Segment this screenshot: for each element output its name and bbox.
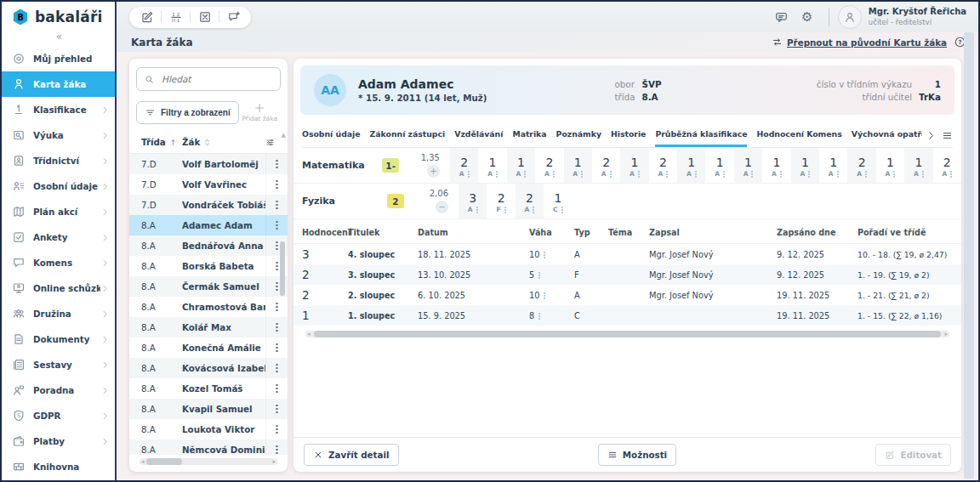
detail-hscroll-thumb[interactable] [314,331,941,337]
table-header-cell[interactable]: Zapsal [649,228,777,237]
detail-tab[interactable]: Osobní údaje [302,123,361,147]
table-header-cell[interactable]: Zapsáno dne [777,228,858,237]
detail-tab[interactable]: Průběžná klasifikace [655,123,747,147]
row-menu-button[interactable] [265,174,288,195]
grade-menu-icon[interactable] [893,171,895,173]
list-hscroll-thumb[interactable] [146,458,182,465]
sidebar-item[interactable]: Karta žáka [2,71,115,97]
table-header-cell[interactable]: Váha [529,228,574,237]
sidebar-collapse-button[interactable]: « [2,29,115,46]
detail-tab[interactable]: Historie [611,123,646,147]
window-scrollbar[interactable] [964,32,974,479]
row-menu-button[interactable] [265,358,288,378]
grade-cell[interactable]: 1 A [904,148,932,183]
scroll-up-arrow[interactable]: ▲ [282,132,286,139]
row-menu-button[interactable] [265,297,288,317]
table-header-cell[interactable]: Titulek [348,228,418,237]
grade-cell[interactable]: 2 A [649,148,677,183]
grade-cell[interactable]: 1 A [791,148,819,183]
grade-cell[interactable]: 2 F [487,184,515,218]
sidebar-item[interactable]: Komens [2,250,115,275]
grade-cell[interactable]: 1 A [507,148,535,183]
weight-menu-icon[interactable] [544,252,545,253]
sidebar-item[interactable]: Plán akcí [2,199,115,224]
scroll-left-arrow[interactable]: ◂ [307,331,311,337]
row-menu-button[interactable] [265,399,288,419]
detail-horizontal-scrollbar[interactable]: ◂ ▸ [305,331,949,337]
detail-tab[interactable]: Výchovná opatření [852,123,922,147]
sidebar-item[interactable]: Výuka [2,122,115,148]
grade-menu-icon[interactable] [610,171,612,173]
grade-menu-icon[interactable] [723,171,725,173]
sidebar-item[interactable]: S GDPR [2,403,115,428]
expand-subject-button[interactable]: + [427,165,440,178]
grade-cell[interactable]: 2 A [450,148,478,183]
row-menu-button[interactable] [265,419,288,439]
sidebar-item[interactable]: Platby [2,428,115,454]
column-settings-icon[interactable] [265,138,275,147]
new-message-button[interactable] [219,8,248,27]
settings-button[interactable]: ⚙ [795,4,820,30]
list-horizontal-scrollbar[interactable]: ◂ ▸ [140,458,277,465]
row-menu-button[interactable] [265,439,288,455]
grade-cell[interactable]: 1 A [478,148,506,183]
row-menu-button[interactable] [265,215,288,235]
student-row[interactable]: 8.A Kolář Max [129,317,288,337]
table-header-cell[interactable]: Téma [608,228,649,237]
scroll-right-arrow[interactable]: ▸ [944,331,948,337]
options-button[interactable]: Možnosti [598,444,676,466]
grade-menu-icon[interactable] [561,207,563,208]
grade-menu-icon[interactable] [553,171,555,173]
grade-cell[interactable]: 1 A [705,148,733,183]
grade-cell[interactable]: 1 A [734,148,762,183]
grade-menu-icon[interactable] [837,171,839,173]
sidebar-item[interactable]: Knihovna [2,454,115,479]
student-row[interactable]: 8.A Borská Babeta [129,256,288,276]
user-info[interactable]: Mgr. Kryštof Řeřicha učitel - ředitelstv… [869,7,966,26]
scroll-left-arrow[interactable]: ◂ [141,458,145,465]
grade-menu-icon[interactable] [950,171,952,173]
grade-menu-icon[interactable] [695,171,697,173]
grade-menu-icon[interactable] [504,207,506,208]
table-header-cell[interactable]: Pořadí ve třídě [858,228,954,237]
grade-menu-icon[interactable] [581,171,583,173]
row-menu-button[interactable] [265,317,288,337]
weight-menu-icon[interactable] [544,292,545,294]
weight-menu-icon[interactable] [538,313,540,315]
close-detail-button[interactable]: Zavřít detail [304,444,399,466]
weight-menu-icon[interactable] [538,272,540,274]
grade-cell[interactable]: 1 C [544,184,572,218]
absence-button[interactable] [191,8,219,27]
messages-button[interactable] [769,4,795,30]
row-menu-button[interactable] [265,337,288,358]
grade-menu-icon[interactable] [780,171,782,173]
column-student[interactable]: Žák [182,137,265,147]
row-menu-button[interactable] [265,195,288,215]
grade-cell[interactable]: 2 A [592,148,620,183]
grade-menu-icon[interactable] [524,171,526,173]
grade-cell[interactable]: 1 A [819,148,847,183]
table-row[interactable]: 2 3. sloupec 13. 10. 2025 5 F Mgr. Josef… [293,264,961,285]
grade-cell[interactable]: 2 A [933,148,961,183]
tabs-menu-icon[interactable] [942,130,953,141]
student-row[interactable]: 8.A Konečná Amálie [129,337,288,358]
grade-cell[interactable]: 1 A [876,148,904,183]
table-header-cell[interactable]: Typ [574,228,608,237]
student-row[interactable]: 8.A Chramostová Barbora [129,297,288,317]
sidebar-item[interactable]: Můj přehled [2,46,115,71]
grade-cell[interactable]: 2 A [535,148,563,183]
search-input[interactable] [160,73,273,85]
grade-cell[interactable]: 1 A [620,148,648,183]
table-row[interactable]: 1 1. sloupec 15. 9. 2025 8 C 19. 11. 202… [293,305,961,326]
sidebar-item[interactable]: Klasifikace [2,97,115,122]
student-row[interactable]: 8.A Čermák Samuel [129,276,288,297]
student-row[interactable]: 7.D Vondráček Tobiáš [129,195,288,215]
student-row[interactable]: 8.A Němcová Dominika [129,439,288,455]
detail-tab[interactable]: Zákonní zástupci [370,123,446,147]
student-row[interactable]: 8.A Adamec Adam [129,215,288,235]
student-row[interactable]: 8.A Kovácsová Izabela [129,358,288,378]
student-row[interactable]: 8.A Loukota Viktor [129,419,288,439]
grade-menu-icon[interactable] [808,171,810,173]
grade-menu-icon[interactable] [468,171,470,173]
grade-menu-icon[interactable] [638,171,640,173]
